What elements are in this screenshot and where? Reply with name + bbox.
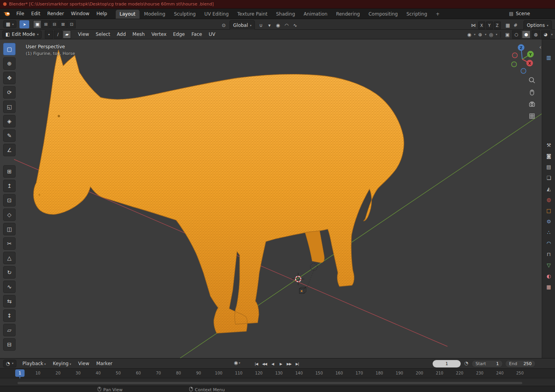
annotate-tool[interactable]: ✎: [3, 129, 16, 142]
inset-faces-tool[interactable]: ⊡: [3, 194, 16, 207]
empty-object-gizmo[interactable]: [307, 263, 317, 287]
workspace-tab-scripting[interactable]: Scripting: [403, 10, 431, 19]
next-keyframe-button[interactable]: ▶▶: [285, 360, 293, 367]
snap-grid-icon[interactable]: ▦: [504, 22, 511, 29]
object-data-tab[interactable]: ▽: [542, 260, 555, 270]
world-tab[interactable]: ◍: [542, 194, 555, 205]
view-layer-tab[interactable]: ❏: [542, 172, 555, 183]
select-invert-icon[interactable]: ⊠: [59, 20, 67, 28]
select-box-tool[interactable]: ▢: [3, 43, 16, 55]
orientation-dropdown[interactable]: Global ▾: [230, 20, 255, 30]
chevron-down-icon[interactable]: ▾: [474, 33, 475, 36]
texture-tab[interactable]: ▦: [542, 281, 555, 292]
viewport-menu-add[interactable]: Add: [114, 30, 129, 38]
timeline-ruler[interactable]: 1102030405060708090100110120130140150160…: [0, 369, 555, 378]
snap-magnet-icon[interactable]: ∪: [257, 22, 264, 29]
workspace-tab-layout[interactable]: Layout: [116, 10, 140, 19]
poly-build-tool[interactable]: △: [3, 252, 16, 264]
scene-tab[interactable]: ◭: [542, 183, 555, 194]
measure-tool[interactable]: ∠: [3, 144, 16, 156]
constraints-tab[interactable]: ⊓: [542, 249, 555, 260]
spin-tool[interactable]: ↻: [3, 266, 16, 279]
frame-end-field[interactable]: End 250: [505, 360, 536, 367]
workspace-tab-compositing[interactable]: Compositing: [364, 10, 401, 19]
properties-filter-icon[interactable]: ▥: [542, 55, 555, 60]
chevron-down-icon[interactable]: ▾: [551, 33, 553, 36]
menu-edit[interactable]: Edit: [28, 10, 43, 18]
mirror-y-toggle[interactable]: Y: [486, 21, 493, 29]
extrude-region-tool[interactable]: ↥: [3, 180, 16, 192]
mode-dropdown[interactable]: ◧ Edit Mode ▾: [2, 30, 42, 39]
viewport[interactable]: User Perspective (1) Figurine, toy, Hors…: [0, 39, 542, 358]
gizmo-neg-x[interactable]: [513, 53, 518, 58]
edge-slide-tool[interactable]: ⇆: [3, 295, 16, 307]
loop-cut-tool[interactable]: ◫: [3, 223, 16, 235]
prev-keyframe-button[interactable]: ◀◀: [261, 360, 268, 367]
mirror-x-toggle[interactable]: X: [478, 21, 485, 29]
shading-wireframe-button[interactable]: ○: [512, 30, 521, 39]
timeline-tracks[interactable]: [0, 378, 555, 386]
viewport-menu-edge[interactable]: Edge: [170, 30, 188, 38]
play-backwards-button[interactable]: ◀: [269, 360, 276, 367]
workspace-tab-sculpting[interactable]: Sculpting: [170, 10, 200, 19]
xray-toggle-icon[interactable]: ▣: [504, 31, 511, 38]
object-visibility-icon[interactable]: ◉: [466, 31, 473, 38]
shading-rendered-button[interactable]: ◕: [541, 30, 550, 39]
auto-keying-cluster[interactable]: ◉ ▾: [234, 360, 240, 366]
workspace-tab-uv-editing[interactable]: UV Editing: [200, 10, 233, 19]
workspace-tab-rendering[interactable]: Rendering: [332, 10, 364, 19]
mirror-icon[interactable]: ⋈: [470, 22, 477, 29]
viewport-canvas[interactable]: [0, 39, 542, 358]
smooth-tool[interactable]: ∿: [3, 281, 16, 293]
knife-tool[interactable]: ✂: [3, 237, 16, 250]
select-subtract-icon[interactable]: ⊟: [50, 20, 58, 28]
viewport-menu-select[interactable]: Select: [93, 30, 113, 38]
select-intersect-icon[interactable]: ⊡: [67, 20, 76, 28]
timeline-editor-selector[interactable]: ◔ ▾: [3, 360, 16, 367]
chevron-down-icon[interactable]: ▾: [496, 33, 497, 36]
viewport-menu-uv[interactable]: UV: [205, 30, 218, 38]
proportional-curve-icon[interactable]: ∿: [292, 22, 299, 29]
snap-dropdown-arrow[interactable]: ▾: [266, 22, 273, 29]
menu-render[interactable]: Render: [44, 10, 67, 18]
face-select-icon[interactable]: ▰: [63, 30, 71, 39]
shading-solid-button[interactable]: ●: [522, 30, 530, 39]
viewport-menu-vertex[interactable]: Vertex: [148, 30, 170, 38]
material-tab[interactable]: ◐: [542, 270, 555, 281]
output-tab[interactable]: ▤: [542, 161, 555, 172]
zoom-icon[interactable]: [528, 76, 536, 85]
workspace-tab-texture-paint[interactable]: Texture Paint: [233, 10, 271, 19]
scene-selector[interactable]: ▤ Scene: [509, 11, 530, 16]
workspace-tab-+[interactable]: +: [432, 10, 444, 19]
live-unwrap-icon[interactable]: #: [512, 22, 519, 29]
overlays-icon[interactable]: ◎: [488, 31, 495, 38]
editor-type-selector[interactable]: ▦ ▾: [3, 20, 16, 28]
jump-to-end-button[interactable]: ▶|: [293, 360, 301, 367]
frame-start-field[interactable]: Start 1: [472, 360, 503, 367]
menu-window[interactable]: Window: [68, 10, 92, 18]
scale-tool[interactable]: ◱: [3, 101, 16, 113]
select-extend-icon[interactable]: ⊞: [42, 20, 50, 28]
gizmo-neg-z[interactable]: [521, 69, 526, 74]
object-tab[interactable]: □: [542, 205, 555, 216]
timeline-menu-playback[interactable]: Playback ▾: [19, 360, 49, 367]
timeline-menu-view[interactable]: View: [75, 360, 92, 367]
blender-logo-icon[interactable]: [3, 11, 11, 17]
camera-view-icon[interactable]: [528, 100, 536, 109]
physics-tab[interactable]: ◠: [542, 238, 555, 249]
horizontal-scrollbar[interactable]: [18, 382, 522, 384]
workspace-tab-shading[interactable]: Shading: [272, 10, 299, 19]
timeline-menu-keying[interactable]: Keying ▾: [50, 360, 74, 367]
timeline-menu-marker[interactable]: Marker: [93, 360, 115, 367]
chevron-down-icon[interactable]: ▾: [485, 33, 486, 36]
tool-tab[interactable]: ⚒: [542, 139, 555, 150]
proportional-editing-icon[interactable]: ◉: [274, 22, 281, 29]
modifiers-tab[interactable]: ⚙: [542, 216, 555, 227]
cursor-tool[interactable]: ⊕: [3, 57, 16, 70]
select-set-icon[interactable]: ▣: [33, 20, 41, 28]
move-tool[interactable]: ✥: [3, 72, 16, 84]
particles-tab[interactable]: ∴: [542, 227, 555, 238]
pan-hand-icon[interactable]: [528, 88, 536, 97]
gizmos-icon[interactable]: ⊕: [477, 31, 484, 38]
transform-tool[interactable]: ◈: [3, 115, 16, 127]
